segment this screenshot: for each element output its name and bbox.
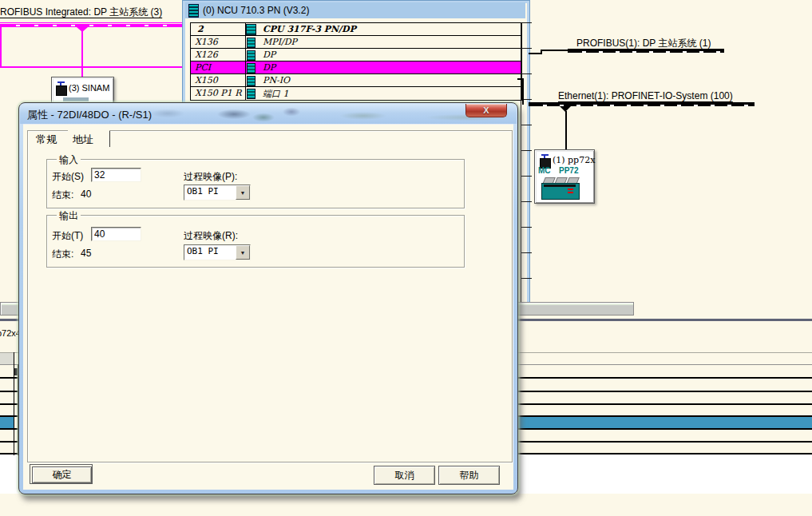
ok-button-default-ring: 确定 [30,464,93,484]
slot-cell: X150 P1 R [195,88,242,98]
input-end-label: 结束: [52,189,73,202]
help-button-label: 帮助 [460,469,479,482]
output-end-value: 45 [81,248,91,259]
tab-divider [109,131,110,147]
input-process-image-dropdown[interactable]: OB1 PI ▼ [184,185,251,200]
dropdown-value: OB1 PI [184,245,236,260]
ethernet-label: Ethernet(1): PROFINET-IO-System (100) [558,90,733,101]
output-process-image-label: 过程映像(R): [184,229,238,243]
input-group-title: 输入 [57,153,81,167]
ok-button-label: 确定 [53,468,72,482]
rack-row-x150-p1[interactable]: X150 P1 R 端口 1 [191,87,521,99]
module-icon [247,76,255,86]
rack-row-pci-selected[interactable]: PCI DP [191,62,521,74]
slot-cell: X150 [195,75,218,85]
dropdown-arrow-icon[interactable]: ▼ [236,185,250,200]
input-group-box: 输入 开始(S) 过程映像(P): 结束: 40 OB1 PI ▼ [46,159,465,208]
help-button[interactable]: 帮助 [438,466,500,485]
rack-right-edge-ticks [521,22,532,304]
cancel-button-label: 取消 [395,469,414,482]
pp72x-drop-line [565,111,567,150]
rack-row-x150[interactable]: X150 PN-IO [191,74,521,87]
output-start-label: 开始(T) [52,229,83,243]
dp-station-icon [56,81,67,95]
output-group-title: 输出 [57,209,81,223]
module-cell: 端口 1 [263,88,289,100]
rack-row-x126[interactable]: X126 DP [191,49,521,62]
slot-cell: 2 [197,24,204,34]
slot-cell: X126 [195,50,218,60]
close-button[interactable]: X [465,104,507,117]
sinamics-station-label: (3) SINAM [69,83,109,93]
dropdown-value: OB1 PI [184,185,236,200]
ethernet-connector-step [522,78,524,105]
hw-config-workspace: PROFIBUS Integrated: DP 主站系统 (3) (0) NCU… [0,0,812,516]
input-start-label: 开始(S) [52,170,84,184]
sinamics-drop-line[interactable] [81,31,83,77]
ok-button[interactable]: 确定 [32,466,92,483]
slot-cell: X136 [195,37,218,47]
input-start-field[interactable] [91,168,141,182]
rack-row-x136[interactable]: X136 MPI/DP [191,36,521,49]
bus-branch-line[interactable] [0,66,183,68]
module-icon [247,63,255,73]
sinamics-module-graphic [63,97,89,101]
sinamics-station-box[interactable]: (3) SINAM [51,77,114,105]
input-end-value: 40 [81,189,91,200]
tab-address-active[interactable]: 地址 [68,127,109,146]
pp72x-tag-pp72: PP72 [559,166,578,175]
cpu-module-icon [246,24,256,35]
pp72x-device-box[interactable]: (1) pp72x MC PP72 [534,149,595,204]
rack-row-cpu[interactable]: 2 CPU 317F-3 PN/DP [191,23,521,36]
pp72x-device-label: (1) pp72x [553,155,595,165]
close-icon: X [483,106,489,115]
profibus-integrated-bus-line[interactable] [0,22,183,27]
tab-general[interactable]: 常规 [36,133,57,147]
profibus-connector-line2 [542,50,568,51]
bus-left-edge-line [0,27,2,67]
output-process-image-dropdown[interactable]: OB1 PI ▼ [184,244,251,260]
pp72x-module-graphic [541,177,581,199]
module-cell: DP [263,62,275,73]
detail-table-header-cell [0,353,14,364]
rack-icon [188,4,199,18]
cancel-button[interactable]: 取消 [374,466,435,485]
rack-column-divider [245,23,246,100]
rack-slot-table: 2 CPU 317F-3 PN/DP X136 MPI/DP X126 DP P… [190,22,522,101]
dropdown-arrow-icon[interactable]: ▼ [236,245,250,260]
rack-window-titlebar[interactable]: (0) NCU 710.3 PN (V3.2) [185,2,525,18]
dialog-title: 属性 - 72DI/48DO - (R-/S1) [27,108,152,122]
slot-cell: PCI [195,62,211,73]
output-end-label: 结束: [52,248,73,261]
output-start-field[interactable] [91,227,141,241]
module-icon [247,38,255,48]
output-group-box: 输出 开始(T) 过程映像(R): 结束: 45 OB1 PI ▼ [46,215,465,268]
dialog-titlebar[interactable]: 属性 - 72DI/48DO - (R-/S1) [20,104,517,124]
tab-address-label: 地址 [73,133,93,147]
dp-master-system-3-label: PROFIBUS Integrated: DP 主站系统 (3) [0,6,162,19]
ethernet-connector-line [517,78,524,80]
module-cell: CPU 317F-3 PN/DP [263,24,356,34]
pp72x-tag-mc: MC [538,166,551,175]
rack-window-title: (0) NCU 710.3 PN (V3.2) [203,5,309,16]
module-icon [247,89,255,99]
profibus1-bus-line[interactable] [568,49,724,53]
module-icon [247,50,255,61]
module-cell: PN-IO [263,75,290,85]
module-cell: MPI/DP [263,37,297,47]
module-cell: DP [263,50,275,60]
input-process-image-label: 过程映像(P): [184,170,237,184]
properties-dialog: 属性 - 72DI/48DO - (R-/S1) X 常规 地址 输入 开始(S… [18,102,518,494]
